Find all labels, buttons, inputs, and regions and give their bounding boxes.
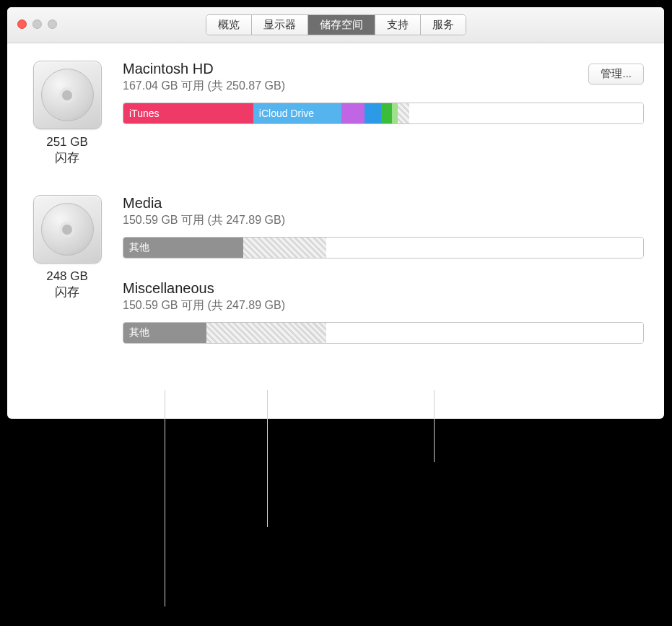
hard-disk-icon [33,195,102,264]
storage-segment [409,103,643,123]
storage-segment [341,103,365,123]
drive-capacity: 248 GB [27,269,107,284]
storage-bar: iTunesiCloud Drive [123,103,644,124]
storage-segment [326,323,643,343]
drive-row: 248 GB 闪存 Media 150.59 GB 可用 (共 247.89 G… [27,195,644,344]
volume-available: 150.59 GB 可用 (共 247.89 GB) [123,213,644,228]
manage-button[interactable]: 管理... [588,64,644,84]
storage-segment [243,238,326,258]
storage-segment [206,323,326,343]
storage-segment [398,103,410,123]
drive-icon-col: 251 GB 闪存 [27,61,107,166]
callout-line [165,390,165,607]
titlebar: 概览 显示器 储存空间 支持 服务 [7,7,664,43]
hard-disk-icon [33,61,102,129]
drive-type: 闪存 [27,284,107,300]
storage-segment [365,103,381,123]
storage-segment: iCloud Drive [253,103,341,123]
callout-line [434,390,435,462]
minimize-icon[interactable] [32,19,42,29]
storage-segment [326,238,643,258]
storage-segment [392,103,398,123]
tab-support[interactable]: 支持 [375,15,421,35]
drive-capacity: 251 GB [27,135,107,149]
drive-icon-col: 248 GB 闪存 [27,195,107,344]
window-controls [17,19,57,29]
storage-content: 251 GB 闪存 管理... Macintosh HD 167.04 GB 可… [7,43,664,401]
storage-segment: 其他 [123,323,206,343]
volume-available: 150.59 GB 可用 (共 247.89 GB) [123,298,644,313]
tab-service[interactable]: 服务 [421,15,466,35]
storage-bar: 其他 [123,322,644,344]
volume-name: Macintosh HD [123,61,644,77]
about-this-mac-window: 概览 显示器 储存空间 支持 服务 251 GB 闪存 管理... Macint… [7,7,664,419]
maximize-icon[interactable] [48,19,57,29]
volume-name: Miscellaneous [123,280,644,297]
volume-name: Media [123,195,644,212]
tab-overview[interactable]: 概览 [206,15,252,35]
storage-bar: 其他 [123,237,644,258]
drive-row: 251 GB 闪存 管理... Macintosh HD 167.04 GB 可… [27,61,644,166]
close-icon[interactable] [17,19,27,29]
tab-displays[interactable]: 显示器 [252,15,308,35]
tab-bar: 概览 显示器 储存空间 支持 服务 [206,14,466,35]
storage-segment: 其他 [123,238,243,258]
volume-available: 167.04 GB 可用 (共 250.87 GB) [123,79,644,94]
tab-storage[interactable]: 储存空间 [308,15,375,35]
storage-segment [381,103,391,123]
callout-line [267,390,268,527]
drive-info: 管理... Macintosh HD 167.04 GB 可用 (共 250.8… [123,61,644,166]
storage-segment: iTunes [123,103,253,123]
drive-info: Media 150.59 GB 可用 (共 247.89 GB) 其他 Misc… [123,195,644,344]
drive-type: 闪存 [27,149,107,166]
